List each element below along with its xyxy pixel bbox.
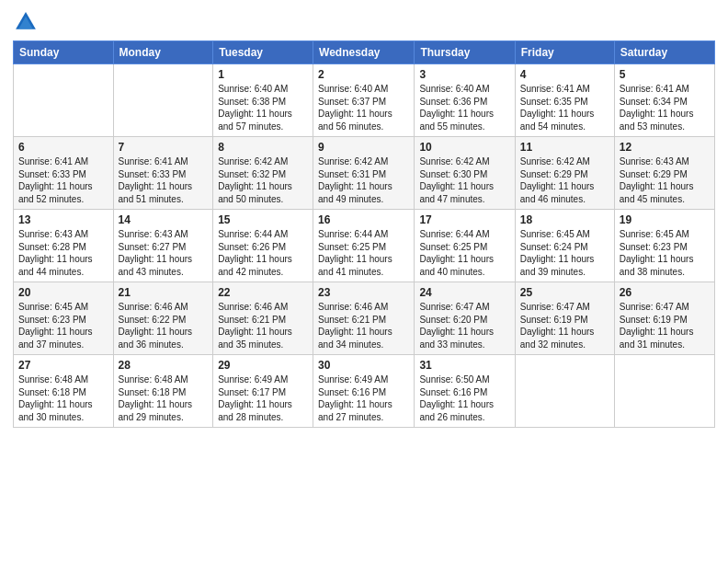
calendar: SundayMondayTuesdayWednesdayThursdayFrid… — [13, 40, 715, 428]
day-number: 29 — [218, 359, 308, 372]
calendar-cell: 10Sunrise: 6:42 AMSunset: 6:30 PMDayligh… — [415, 137, 515, 210]
weekday-monday: Monday — [113, 41, 213, 64]
day-info: Sunrise: 6:47 AMSunset: 6:20 PMDaylight:… — [419, 301, 509, 350]
day-info: Sunrise: 6:41 AMSunset: 6:33 PMDaylight:… — [18, 155, 108, 205]
day-info: Sunrise: 6:47 AMSunset: 6:19 PMDaylight:… — [520, 301, 609, 350]
calendar-cell: 3Sunrise: 6:40 AMSunset: 6:36 PMDaylight… — [415, 64, 515, 137]
calendar-cell: 9Sunrise: 6:42 AMSunset: 6:31 PMDaylight… — [313, 137, 415, 210]
calendar-cell — [515, 355, 614, 428]
page: SundayMondayTuesdayWednesdayThursdayFrid… — [0, 0, 728, 563]
day-number: 27 — [18, 359, 108, 372]
day-info: Sunrise: 6:42 AMSunset: 6:31 PMDaylight:… — [318, 155, 409, 205]
day-info: Sunrise: 6:46 AMSunset: 6:21 PMDaylight:… — [218, 301, 308, 350]
day-info: Sunrise: 6:40 AMSunset: 6:38 PMDaylight:… — [218, 83, 308, 132]
weekday-friday: Friday — [515, 41, 614, 64]
calendar-cell — [614, 355, 714, 428]
calendar-cell: 11Sunrise: 6:42 AMSunset: 6:29 PMDayligh… — [515, 137, 614, 210]
day-info: Sunrise: 6:41 AMSunset: 6:33 PMDaylight:… — [119, 155, 209, 205]
week-row-1: 1Sunrise: 6:40 AMSunset: 6:38 PMDaylight… — [14, 64, 715, 137]
day-number: 4 — [520, 68, 609, 81]
calendar-cell — [113, 64, 213, 137]
weekday-tuesday: Tuesday — [213, 41, 313, 64]
day-info: Sunrise: 6:44 AMSunset: 6:25 PMDaylight:… — [318, 228, 409, 278]
weekday-thursday: Thursday — [415, 41, 515, 64]
day-info: Sunrise: 6:40 AMSunset: 6:36 PMDaylight:… — [419, 83, 509, 132]
day-number: 2 — [318, 68, 409, 81]
day-info: Sunrise: 6:42 AMSunset: 6:30 PMDaylight:… — [419, 155, 509, 205]
weekday-wednesday: Wednesday — [313, 41, 415, 64]
day-number: 25 — [520, 286, 609, 299]
calendar-cell: 30Sunrise: 6:49 AMSunset: 6:16 PMDayligh… — [313, 355, 415, 428]
calendar-cell: 24Sunrise: 6:47 AMSunset: 6:20 PMDayligh… — [415, 282, 515, 355]
day-number: 26 — [620, 286, 710, 299]
calendar-cell: 7Sunrise: 6:41 AMSunset: 6:33 PMDaylight… — [113, 137, 213, 210]
calendar-cell: 22Sunrise: 6:46 AMSunset: 6:21 PMDayligh… — [213, 282, 313, 355]
calendar-cell: 13Sunrise: 6:43 AMSunset: 6:28 PMDayligh… — [14, 210, 114, 282]
day-info: Sunrise: 6:43 AMSunset: 6:29 PMDaylight:… — [620, 155, 710, 205]
day-number: 17 — [419, 213, 509, 226]
calendar-cell: 14Sunrise: 6:43 AMSunset: 6:27 PMDayligh… — [113, 210, 213, 282]
day-number: 13 — [18, 213, 108, 226]
calendar-cell: 25Sunrise: 6:47 AMSunset: 6:19 PMDayligh… — [515, 282, 614, 355]
day-number: 24 — [419, 286, 509, 299]
day-number: 28 — [119, 359, 209, 372]
calendar-cell: 15Sunrise: 6:44 AMSunset: 6:26 PMDayligh… — [213, 210, 313, 282]
calendar-cell: 6Sunrise: 6:41 AMSunset: 6:33 PMDaylight… — [14, 137, 114, 210]
day-number: 9 — [318, 141, 409, 154]
day-number: 8 — [218, 141, 308, 154]
week-row-2: 6Sunrise: 6:41 AMSunset: 6:33 PMDaylight… — [14, 137, 715, 210]
calendar-cell: 27Sunrise: 6:48 AMSunset: 6:18 PMDayligh… — [14, 355, 114, 428]
weekday-header-row: SundayMondayTuesdayWednesdayThursdayFrid… — [14, 41, 715, 64]
day-number: 7 — [119, 141, 209, 154]
day-info: Sunrise: 6:45 AMSunset: 6:23 PMDaylight:… — [620, 228, 710, 278]
day-info: Sunrise: 6:44 AMSunset: 6:26 PMDaylight:… — [218, 228, 308, 278]
day-number: 5 — [620, 68, 710, 81]
day-info: Sunrise: 6:42 AMSunset: 6:32 PMDaylight:… — [218, 155, 308, 205]
day-info: Sunrise: 6:49 AMSunset: 6:17 PMDaylight:… — [218, 373, 308, 423]
day-number: 23 — [318, 286, 409, 299]
day-number: 21 — [119, 286, 209, 299]
day-info: Sunrise: 6:43 AMSunset: 6:28 PMDaylight:… — [18, 228, 108, 278]
logo — [13, 9, 42, 35]
calendar-cell: 5Sunrise: 6:41 AMSunset: 6:34 PMDaylight… — [614, 64, 714, 137]
day-number: 10 — [419, 141, 509, 154]
logo-icon — [13, 9, 39, 35]
calendar-cell: 19Sunrise: 6:45 AMSunset: 6:23 PMDayligh… — [614, 210, 714, 282]
week-row-3: 13Sunrise: 6:43 AMSunset: 6:28 PMDayligh… — [14, 210, 715, 282]
day-number: 20 — [18, 286, 108, 299]
week-row-4: 20Sunrise: 6:45 AMSunset: 6:23 PMDayligh… — [14, 282, 715, 355]
day-info: Sunrise: 6:45 AMSunset: 6:24 PMDaylight:… — [520, 228, 609, 278]
calendar-cell: 2Sunrise: 6:40 AMSunset: 6:37 PMDaylight… — [313, 64, 415, 137]
day-number: 30 — [318, 359, 409, 372]
calendar-cell: 18Sunrise: 6:45 AMSunset: 6:24 PMDayligh… — [515, 210, 614, 282]
week-row-5: 27Sunrise: 6:48 AMSunset: 6:18 PMDayligh… — [14, 355, 715, 428]
day-info: Sunrise: 6:48 AMSunset: 6:18 PMDaylight:… — [119, 373, 209, 423]
calendar-cell: 17Sunrise: 6:44 AMSunset: 6:25 PMDayligh… — [415, 210, 515, 282]
calendar-cell: 1Sunrise: 6:40 AMSunset: 6:38 PMDaylight… — [213, 64, 313, 137]
day-number: 16 — [318, 213, 409, 226]
calendar-cell: 31Sunrise: 6:50 AMSunset: 6:16 PMDayligh… — [415, 355, 515, 428]
day-number: 3 — [419, 68, 509, 81]
weekday-sunday: Sunday — [14, 41, 114, 64]
day-number: 1 — [218, 68, 308, 81]
calendar-cell: 23Sunrise: 6:46 AMSunset: 6:21 PMDayligh… — [313, 282, 415, 355]
calendar-cell — [14, 64, 114, 137]
day-number: 18 — [520, 213, 609, 226]
calendar-cell: 8Sunrise: 6:42 AMSunset: 6:32 PMDaylight… — [213, 137, 313, 210]
day-info: Sunrise: 6:42 AMSunset: 6:29 PMDaylight:… — [520, 155, 609, 205]
day-info: Sunrise: 6:46 AMSunset: 6:22 PMDaylight:… — [119, 301, 209, 350]
calendar-cell: 28Sunrise: 6:48 AMSunset: 6:18 PMDayligh… — [113, 355, 213, 428]
day-info: Sunrise: 6:44 AMSunset: 6:25 PMDaylight:… — [419, 228, 509, 278]
day-info: Sunrise: 6:40 AMSunset: 6:37 PMDaylight:… — [318, 83, 409, 132]
day-info: Sunrise: 6:43 AMSunset: 6:27 PMDaylight:… — [119, 228, 209, 278]
calendar-cell: 12Sunrise: 6:43 AMSunset: 6:29 PMDayligh… — [614, 137, 714, 210]
calendar-cell: 21Sunrise: 6:46 AMSunset: 6:22 PMDayligh… — [113, 282, 213, 355]
day-number: 14 — [119, 213, 209, 226]
day-number: 22 — [218, 286, 308, 299]
weekday-saturday: Saturday — [614, 41, 714, 64]
day-info: Sunrise: 6:48 AMSunset: 6:18 PMDaylight:… — [18, 373, 108, 423]
calendar-cell: 4Sunrise: 6:41 AMSunset: 6:35 PMDaylight… — [515, 64, 614, 137]
day-info: Sunrise: 6:49 AMSunset: 6:16 PMDaylight:… — [318, 373, 409, 423]
day-number: 15 — [218, 213, 308, 226]
day-info: Sunrise: 6:45 AMSunset: 6:23 PMDaylight:… — [18, 301, 108, 350]
